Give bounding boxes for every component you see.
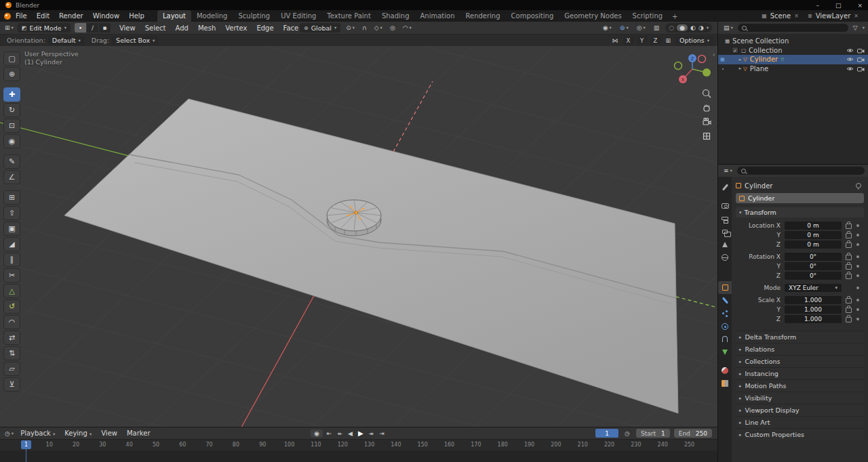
pan-hand-icon[interactable] bbox=[701, 102, 712, 113]
face-select-button[interactable]: ▪ bbox=[99, 23, 111, 33]
scene-unlink-icon[interactable]: × bbox=[794, 13, 799, 19]
drag-dropdown[interactable]: Select Box ▾ bbox=[112, 36, 159, 45]
tool-rotate[interactable]: ↻ bbox=[3, 103, 20, 117]
show-gizmos-toggle[interactable]: ⊚ ▾ bbox=[618, 24, 631, 31]
lock-icon[interactable] bbox=[846, 255, 852, 260]
tool-add-cube[interactable]: ⊞ bbox=[3, 190, 20, 205]
value-field[interactable]: 0° bbox=[785, 253, 842, 261]
scene-selector[interactable]: Scene bbox=[770, 12, 791, 20]
animate-dot[interactable] bbox=[856, 255, 859, 258]
proportional-editing-toggle[interactable]: ◎ bbox=[388, 24, 397, 31]
blender-menu-icon[interactable] bbox=[4, 13, 11, 20]
playback-menu[interactable]: Playback ▾ bbox=[16, 429, 60, 437]
value-field[interactable]: 0° bbox=[785, 262, 842, 270]
mirror-y-button[interactable]: Y bbox=[637, 36, 648, 45]
viewlayer-selector[interactable]: ViewLayer bbox=[816, 12, 851, 20]
properties-tab-constraints[interactable] bbox=[718, 333, 732, 345]
outliner-row-scene-collection[interactable]: ▦ Scene Collection bbox=[718, 37, 868, 46]
properties-tab-texture[interactable] bbox=[718, 377, 732, 390]
zoom-icon[interactable] bbox=[701, 88, 712, 99]
mode-selector[interactable]: ◩ Edit Mode ▾ bbox=[18, 23, 71, 33]
workspace-tab-texture-paint[interactable]: Texture Paint bbox=[321, 10, 376, 22]
animate-dot[interactable] bbox=[856, 243, 859, 246]
chevron-down-icon[interactable]: ▾ bbox=[863, 25, 865, 30]
render-menu[interactable]: Render bbox=[54, 10, 88, 22]
properties-tab-output[interactable] bbox=[718, 212, 732, 225]
close-button[interactable]: × bbox=[857, 2, 863, 9]
mirror-x-button[interactable]: X bbox=[623, 36, 634, 45]
shading-material-button[interactable]: ◐ bbox=[690, 24, 696, 31]
lock-icon[interactable] bbox=[846, 243, 852, 248]
mirror-z-button[interactable]: Z bbox=[650, 36, 661, 45]
pivot-point-dropdown[interactable]: ⊙ ▾ bbox=[344, 24, 357, 31]
tool-inset-faces[interactable]: ▣ bbox=[3, 222, 20, 236]
lock-icon[interactable] bbox=[846, 298, 852, 303]
edit-menu[interactable]: Edit bbox=[32, 10, 54, 22]
lock-icon[interactable] bbox=[846, 308, 852, 313]
tool-extrude-region[interactable]: ⇧ bbox=[3, 206, 20, 220]
collapsed-section[interactable]: ▸ Collections bbox=[736, 355, 864, 367]
collection-checkbox[interactable]: ✓ bbox=[732, 47, 738, 54]
outliner-search-input[interactable] bbox=[738, 24, 848, 32]
navigation-gizmo[interactable]: X Z bbox=[667, 49, 716, 91]
value-field[interactable]: 1.000 bbox=[785, 306, 842, 314]
tool-loop-cut[interactable]: ∥ bbox=[3, 253, 20, 267]
show-overlays-dropdown[interactable]: ◎ ▾ bbox=[635, 24, 648, 31]
viewport-menu[interactable]: Vertex bbox=[220, 24, 252, 32]
animate-dot[interactable] bbox=[856, 274, 859, 277]
disable-render-camera-icon[interactable] bbox=[857, 47, 865, 54]
minimize-button[interactable]: – bbox=[816, 2, 819, 9]
workspace-tab-geometry-nodes[interactable]: Geometry Nodes bbox=[559, 10, 627, 22]
snap-toggle[interactable]: ∩ bbox=[360, 24, 369, 31]
workspace-tab-uv-editing[interactable]: UV Editing bbox=[275, 10, 321, 22]
tool-annotate[interactable]: ✎ bbox=[3, 154, 20, 169]
timeline-ruler[interactable]: 1 10203040506070809010011012013014015016… bbox=[0, 439, 717, 450]
workspace-tab-rendering[interactable]: Rendering bbox=[460, 10, 505, 22]
expand-icon[interactable]: ▸ bbox=[737, 66, 743, 71]
object-name-field[interactable]: Cylinder bbox=[736, 193, 864, 203]
tool-shear[interactable]: ▱ bbox=[3, 362, 20, 376]
value-field[interactable]: 1.000 bbox=[785, 296, 842, 304]
marker-menu[interactable]: Marker bbox=[122, 429, 155, 437]
workspace-tab-compositing[interactable]: Compositing bbox=[506, 10, 559, 22]
current-frame-field[interactable]: 1 bbox=[595, 429, 618, 438]
auto-keying-toggle[interactable]: ◉ bbox=[311, 429, 323, 438]
lock-icon[interactable] bbox=[846, 274, 852, 279]
outliner-row-cylinder[interactable]: ▦ ▸ ▽ Cylinder ▽ bbox=[718, 55, 868, 64]
outliner-row-plane[interactable]: ▸ ▽ Plane bbox=[718, 64, 868, 74]
tool-measure[interactable]: ∠ bbox=[3, 170, 20, 184]
properties-tab-material[interactable] bbox=[718, 364, 732, 377]
transform-panel-header[interactable]: ▾ Transform bbox=[736, 207, 864, 217]
options-dropdown[interactable]: Options ▾ bbox=[675, 36, 713, 45]
tweak-options-icon[interactable]: ⊞ bbox=[664, 37, 673, 44]
animate-dot[interactable] bbox=[856, 287, 859, 289]
workspace-tab-layout[interactable]: Layout bbox=[157, 10, 191, 22]
tool-scale[interactable]: ⊡ bbox=[3, 119, 20, 133]
workspace-tab-sculpting[interactable]: Sculpting bbox=[233, 10, 275, 22]
expand-icon[interactable]: ▸ bbox=[737, 57, 743, 62]
show-object-types-dropdown[interactable]: ◉ ▾ bbox=[601, 24, 614, 31]
tool-rip-region[interactable]: ⊻ bbox=[3, 377, 20, 392]
outliner-editor-type-button[interactable]: ▤ ▾ bbox=[722, 24, 735, 31]
tool-cursor[interactable]: ⊕ bbox=[3, 67, 20, 81]
value-field[interactable]: XYZ Euler bbox=[785, 284, 842, 292]
properties-tab-modifiers[interactable] bbox=[718, 294, 732, 307]
properties-tab-particles[interactable] bbox=[718, 307, 732, 320]
tool-move[interactable]: ✚ bbox=[3, 87, 20, 102]
tool-knife[interactable]: ✂ bbox=[3, 268, 20, 282]
start-frame-field[interactable]: Start1 bbox=[636, 429, 670, 438]
jump-to-end-button[interactable]: ⇥ bbox=[378, 430, 386, 437]
timeline-view-menu[interactable]: View bbox=[96, 429, 122, 437]
tool-poly-build[interactable]: △ bbox=[3, 284, 20, 298]
disable-render-camera-icon[interactable] bbox=[857, 66, 865, 72]
camera-view-icon[interactable] bbox=[701, 117, 712, 127]
keying-menu[interactable]: Keying ▾ bbox=[60, 429, 96, 437]
add-workspace-button[interactable]: + bbox=[668, 11, 682, 22]
value-field[interactable]: 0 m bbox=[785, 231, 842, 239]
viewport-menu[interactable]: Add bbox=[171, 24, 193, 32]
hide-eye-icon[interactable] bbox=[846, 47, 854, 54]
pin-icon[interactable] bbox=[856, 183, 861, 188]
tool-transform[interactable]: ◉ bbox=[3, 134, 20, 148]
value-field[interactable]: 0 m bbox=[785, 240, 842, 249]
viewport-menu[interactable]: View bbox=[115, 24, 140, 32]
